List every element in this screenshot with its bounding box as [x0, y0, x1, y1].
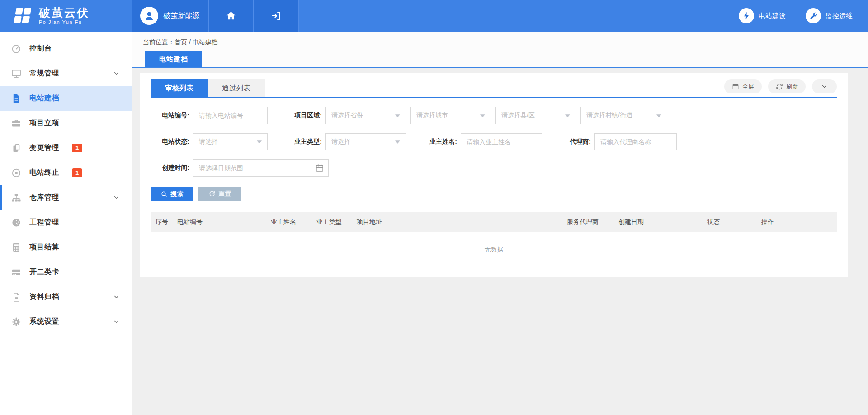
- status-label: 电站状态:: [151, 138, 189, 146]
- sidebar: 控制台 常规管理 电站建档 项目立项 变更管理 1: [0, 32, 132, 415]
- refresh-icon: [776, 83, 783, 90]
- owner-name-input[interactable]: [461, 133, 542, 150]
- col-operations: 操作: [757, 212, 837, 232]
- header-nav: 破茧新能源 电站建设: [132, 0, 868, 32]
- header-modules: 电站建设 监控运维: [739, 0, 868, 32]
- calendar-icon: [315, 163, 324, 173]
- col-created-date: 创建日期: [614, 212, 703, 232]
- wrench-icon: [806, 8, 821, 23]
- briefcase-icon: [11, 118, 22, 129]
- filter-row-2: 电站状态: 请选择 业主类型: 请选择 业主姓名: 代理商:: [151, 133, 837, 150]
- filter-row-3: 创建时间:: [151, 159, 837, 177]
- station-no-label: 电站编号:: [151, 112, 189, 120]
- city-select[interactable]: 请选择城市: [410, 107, 491, 124]
- status-select[interactable]: 请选择: [193, 133, 268, 150]
- empty-state: 无数据: [151, 232, 837, 256]
- brand-logo-icon: [12, 6, 33, 25]
- sidebar-item-dashboard[interactable]: 控制台: [0, 36, 132, 61]
- exit-icon: [271, 10, 282, 21]
- fullscreen-icon: [732, 83, 739, 90]
- province-select[interactable]: 请选择省份: [326, 107, 406, 124]
- col-owner-type: 业主类型: [312, 212, 352, 232]
- breadcrumb: 当前位置：首页 / 电站建档: [132, 32, 868, 47]
- created-label: 创建时间:: [151, 164, 189, 172]
- monitor-icon: [11, 68, 22, 79]
- person-icon: [143, 10, 155, 22]
- collapse-button[interactable]: [812, 79, 837, 93]
- page-tab-station-archive[interactable]: 电站建档: [145, 51, 202, 67]
- agent-input[interactable]: [594, 133, 677, 150]
- gear-icon: [11, 317, 22, 327]
- agent-label: 代理商:: [559, 138, 591, 146]
- module-label: 电站建设: [759, 12, 786, 20]
- results-table: 序号 电站编号 业主姓名 业主类型 项目地址 服务代理商 创建日期 状态 操作: [151, 212, 837, 232]
- home-icon: [226, 10, 236, 21]
- badge-count: 1: [72, 168, 82, 177]
- fullscreen-button[interactable]: 全屏: [724, 79, 762, 93]
- filter-row-1: 电站编号: 项目区域: 请选择省份 请选择城市 请选择县/区 请选择村镇/街道: [151, 107, 837, 124]
- sidebar-item-station-archive[interactable]: 电站建档: [0, 86, 132, 111]
- sidebar-item-engineering-mgmt[interactable]: 工程管理: [0, 210, 132, 235]
- sitemap-icon: [11, 192, 22, 203]
- panel-tabs: 审核列表 通过列表 全屏 刷新: [151, 79, 837, 98]
- search-icon: [160, 191, 168, 198]
- caret-down-icon: [395, 140, 400, 144]
- date-range-picker[interactable]: [193, 159, 329, 177]
- station-no-input[interactable]: [193, 107, 268, 124]
- tab-passed-list[interactable]: 通过列表: [208, 79, 265, 97]
- chevron-down-icon: [821, 83, 828, 90]
- brand-area: 破茧云伏 Po Jian Yun Fu: [0, 0, 132, 32]
- module-station-build[interactable]: 电站建设: [739, 8, 786, 23]
- sidebar-item-change-mgmt[interactable]: 变更管理 1: [0, 135, 132, 160]
- chevron-down-icon: [113, 70, 120, 77]
- owner-name-label: 业主姓名:: [419, 138, 457, 146]
- county-select[interactable]: 请选择县/区: [495, 107, 576, 124]
- town-select[interactable]: 请选择村镇/街道: [580, 107, 667, 124]
- col-station-no: 电站编号: [173, 212, 266, 232]
- owner-type-select[interactable]: 请选择: [326, 133, 406, 150]
- caret-down-icon: [395, 114, 400, 117]
- brand-name: 破茧云伏 Po Jian Yun Fu: [39, 7, 90, 25]
- breadcrumb-path: 首页 / 电站建档: [175, 38, 218, 46]
- region-label: 项目区域:: [288, 112, 322, 120]
- copy-icon: [11, 143, 22, 154]
- refresh-button[interactable]: 刷新: [768, 79, 806, 93]
- sidebar-item-data-archive[interactable]: 资料归档: [0, 284, 132, 309]
- sidebar-item-general-mgmt[interactable]: 常规管理: [0, 61, 132, 86]
- breadcrumb-label: 当前位置：: [143, 38, 175, 46]
- module-monitor-ops[interactable]: 监控运维: [806, 8, 853, 23]
- actions-row: 搜索 重置: [151, 187, 837, 201]
- caret-down-icon: [480, 114, 485, 117]
- caret-down-icon: [257, 140, 262, 144]
- sidebar-item-open-card[interactable]: 开二类卡: [0, 260, 132, 284]
- file-alt-icon: [11, 292, 22, 303]
- col-index: 序号: [151, 212, 173, 232]
- col-service-agent: 服务代理商: [562, 212, 614, 232]
- content: 审核列表 通过列表 全屏 刷新: [132, 68, 868, 277]
- module-label: 监控运维: [826, 12, 853, 20]
- panel-tools: 全屏 刷新: [724, 79, 837, 97]
- brand-subtitle: Po Jian Yun Fu: [39, 19, 90, 25]
- calculator-icon: [11, 242, 22, 253]
- dashboard-icon: [11, 43, 22, 54]
- sidebar-item-system-settings[interactable]: 系统设置: [0, 309, 132, 334]
- reset-button[interactable]: 重置: [198, 187, 241, 201]
- search-button[interactable]: 搜索: [151, 187, 193, 201]
- sidebar-item-project-initiation[interactable]: 项目立项: [0, 111, 132, 135]
- badge-count: 1: [72, 144, 82, 153]
- top-header: 破茧云伏 Po Jian Yun Fu 破茧新能源: [0, 0, 868, 32]
- sidebar-item-station-termination[interactable]: 电站终止 1: [0, 160, 132, 185]
- date-range-input[interactable]: [193, 159, 329, 177]
- chevron-down-icon: [113, 294, 120, 300]
- logout-button[interactable]: [254, 0, 299, 32]
- gauge-icon: [11, 217, 22, 228]
- tab-review-list[interactable]: 审核列表: [151, 79, 208, 97]
- sidebar-item-project-settlement[interactable]: 项目结算: [0, 235, 132, 260]
- main-area: 当前位置：首页 / 电站建档 电站建档 审核列表 通过列表 全屏: [132, 32, 868, 415]
- user-menu[interactable]: 破茧新能源: [132, 0, 209, 32]
- col-status: 状态: [703, 212, 757, 232]
- reset-icon: [208, 191, 216, 198]
- home-button[interactable]: [209, 0, 254, 32]
- owner-type-label: 业主类型:: [288, 138, 322, 146]
- sidebar-item-warehouse-mgmt[interactable]: 仓库管理: [0, 185, 132, 210]
